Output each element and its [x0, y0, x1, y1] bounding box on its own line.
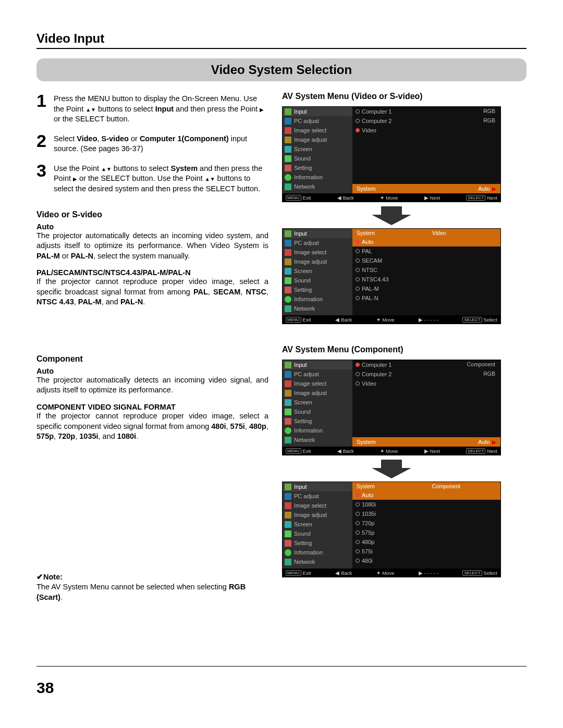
sidebar-item-network[interactable]: Network	[283, 557, 352, 566]
step-number: 1	[36, 92, 46, 125]
radio-icon	[356, 540, 360, 544]
section-title: Video Input	[36, 31, 527, 49]
system-bar[interactable]: System Auto▶	[352, 437, 500, 447]
network-icon	[285, 559, 291, 565]
sidebar-item-setting[interactable]: Setting	[283, 538, 352, 548]
system-option[interactable]: 480p	[352, 537, 500, 547]
av-system-menu-video-heading: AV System Menu (Video or S-video)	[282, 92, 527, 101]
radio-icon	[356, 249, 360, 253]
sidebar-item-screen[interactable]: Screen	[283, 144, 352, 154]
image-select-icon	[285, 249, 291, 256]
sidebar-item-pc-adjust[interactable]: PC adjust	[283, 238, 352, 248]
system-option[interactable]: 1035i	[352, 509, 500, 519]
image-select-icon	[285, 127, 291, 134]
sidebar-item-image-adjust[interactable]: Image adjust	[283, 388, 352, 398]
move-arrow-icon: ✦	[376, 317, 381, 323]
radio-icon	[356, 119, 360, 123]
system-option[interactable]: Auto	[352, 237, 500, 246]
osd-right-pane: Computer 1RGB Computer 2RGB Video System…	[352, 107, 500, 193]
info-icon	[285, 549, 291, 556]
menu-button-icon: MENU	[286, 448, 301, 454]
system-option[interactable]: SECAM	[352, 256, 500, 265]
sidebar-item-input[interactable]: Input	[283, 107, 352, 116]
triangle-right-icon	[73, 174, 77, 182]
input-option-computer1[interactable]: Computer 1RGB	[352, 107, 500, 116]
sidebar-item-network[interactable]: Network	[283, 182, 352, 191]
radio-on-icon	[356, 493, 360, 497]
sidebar-item-screen[interactable]: Screen	[283, 398, 352, 407]
sidebar-item-network[interactable]: Network	[283, 435, 352, 445]
input-option-video[interactable]: Video	[352, 126, 500, 135]
step-body: Select Video, S-video or Computer 1(Comp…	[54, 132, 268, 154]
sidebar-item-setting[interactable]: Setting	[283, 285, 352, 294]
image-adjust-icon	[285, 390, 291, 397]
system-option[interactable]: PAL-M	[352, 284, 500, 293]
osd-footer: MENUExit ◀Back ✦Move ▶- - - - - SELECTSe…	[283, 569, 500, 577]
sidebar-item-input[interactable]: Input	[283, 360, 352, 369]
input-option-computer1[interactable]: Computer 1Component	[352, 360, 500, 369]
sidebar-item-pc-adjust[interactable]: PC adjust	[283, 491, 352, 501]
down-arrow-icon	[371, 206, 412, 224]
move-arrow-icon: ✦	[376, 570, 381, 576]
sidebar-item-image-adjust[interactable]: Image adjust	[283, 257, 352, 266]
sidebar-item-image-select[interactable]: Image select	[283, 248, 352, 257]
system-option[interactable]: PAL-N	[352, 293, 500, 303]
sidebar-item-information[interactable]: Information	[283, 172, 352, 182]
input-option-computer2[interactable]: Computer 2RGB	[352, 369, 500, 379]
pc-icon	[285, 240, 291, 246]
system-option[interactable]: NTSC4.43	[352, 275, 500, 284]
note-body: The AV System Menu cannot be selected wh…	[36, 582, 268, 602]
input-icon	[285, 362, 291, 368]
system-option[interactable]: 480i	[352, 556, 500, 565]
sidebar-item-information[interactable]: Information	[283, 548, 352, 557]
sidebar-item-information[interactable]: Information	[283, 294, 352, 304]
sidebar-item-sound[interactable]: Sound	[283, 276, 352, 285]
sidebar-item-image-adjust[interactable]: Image adjust	[283, 135, 352, 144]
sidebar-item-setting[interactable]: Setting	[283, 163, 352, 172]
sidebar-item-information[interactable]: Information	[283, 426, 352, 435]
input-option-video[interactable]: Video	[352, 379, 500, 388]
input-option-computer2[interactable]: Computer 2RGB	[352, 116, 500, 126]
radio-icon	[356, 109, 360, 114]
down-arrow-icon	[371, 460, 412, 477]
sidebar-item-network[interactable]: Network	[283, 304, 352, 313]
auto-label: Auto	[36, 223, 268, 231]
triangle-up-icon	[101, 164, 106, 172]
system-option[interactable]: Auto	[352, 490, 500, 500]
radio-icon	[356, 277, 360, 281]
sidebar-item-image-adjust[interactable]: Image adjust	[283, 510, 352, 520]
sidebar-item-sound[interactable]: Sound	[283, 407, 352, 416]
sidebar-item-image-select[interactable]: Image select	[283, 379, 352, 388]
sidebar-item-pc-adjust[interactable]: PC adjust	[283, 369, 352, 379]
sidebar-item-input[interactable]: Input	[283, 229, 352, 238]
sidebar-item-setting[interactable]: Setting	[283, 416, 352, 426]
next-arrow-icon: ▶	[419, 317, 423, 323]
triangle-up-icon	[85, 105, 91, 113]
step-number: 3	[36, 162, 46, 194]
step-1: 1 Press the MENU button to display the O…	[36, 92, 268, 125]
sidebar-item-image-select[interactable]: Image select	[283, 501, 352, 510]
sidebar-item-input[interactable]: Input	[283, 482, 352, 491]
av-system-menu-component-heading: AV System Menu (Component)	[282, 345, 527, 354]
osd-sidebar: Input PC adjust Image select Image adjus…	[283, 482, 352, 569]
sidebar-item-sound[interactable]: Sound	[283, 154, 352, 163]
info-icon	[285, 174, 291, 181]
system-option[interactable]: PAL	[352, 246, 500, 256]
system-bar[interactable]: System Auto▶	[352, 184, 500, 193]
system-option[interactable]: 720p	[352, 519, 500, 528]
step-3: 3 Use the Point buttons to select System…	[36, 162, 268, 194]
system-option[interactable]: NTSC	[352, 265, 500, 275]
component-heading: Component	[36, 354, 268, 364]
instructions-column: 1 Press the MENU button to display the O…	[36, 92, 268, 602]
select-button-icon: SELECT	[466, 448, 485, 454]
sidebar-item-sound[interactable]: Sound	[283, 529, 352, 538]
sidebar-item-screen[interactable]: Screen	[283, 266, 352, 276]
sidebar-item-screen[interactable]: Screen	[283, 520, 352, 529]
system-option[interactable]: 575p	[352, 528, 500, 537]
sidebar-item-image-select[interactable]: Image select	[283, 126, 352, 135]
component-formats-paragraph: If the projector cannot reproduce proper…	[36, 411, 268, 442]
system-option[interactable]: 575i	[352, 547, 500, 556]
system-option[interactable]: 1080i	[352, 500, 500, 509]
sidebar-item-pc-adjust[interactable]: PC adjust	[283, 116, 352, 126]
triangle-up-icon	[205, 174, 210, 182]
